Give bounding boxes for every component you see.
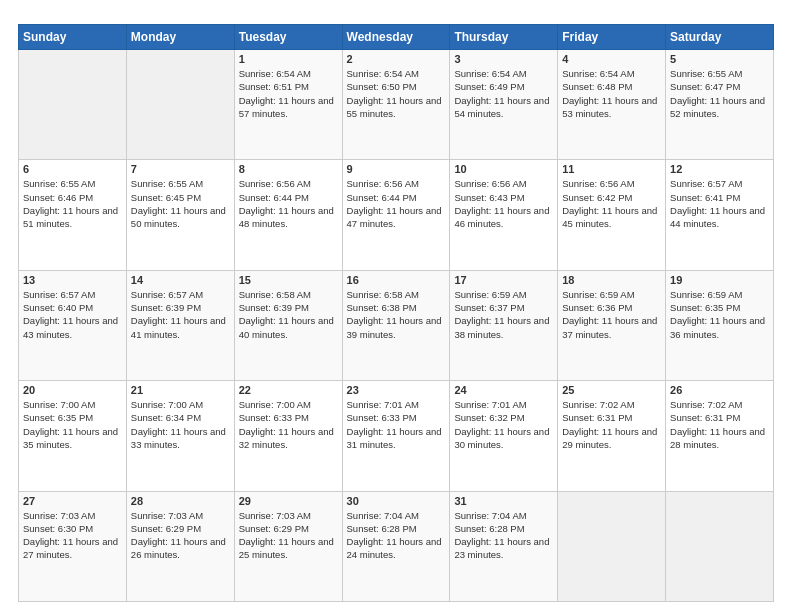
day-number: 28 <box>131 495 230 507</box>
day-number: 2 <box>347 53 446 65</box>
calendar-cell: 19Sunrise: 6:59 AMSunset: 6:35 PMDayligh… <box>666 270 774 380</box>
cell-info: Sunrise: 6:58 AMSunset: 6:38 PMDaylight:… <box>347 288 446 341</box>
cell-info: Sunrise: 6:59 AMSunset: 6:37 PMDaylight:… <box>454 288 553 341</box>
calendar-cell: 31Sunrise: 7:04 AMSunset: 6:28 PMDayligh… <box>450 491 558 601</box>
day-number: 27 <box>23 495 122 507</box>
day-number: 21 <box>131 384 230 396</box>
calendar-cell: 10Sunrise: 6:56 AMSunset: 6:43 PMDayligh… <box>450 160 558 270</box>
day-number: 6 <box>23 163 122 175</box>
day-number: 25 <box>562 384 661 396</box>
calendar-cell: 15Sunrise: 6:58 AMSunset: 6:39 PMDayligh… <box>234 270 342 380</box>
day-number: 11 <box>562 163 661 175</box>
calendar-week-4: 20Sunrise: 7:00 AMSunset: 6:35 PMDayligh… <box>19 381 774 491</box>
cell-info: Sunrise: 6:59 AMSunset: 6:35 PMDaylight:… <box>670 288 769 341</box>
calendar-cell: 14Sunrise: 6:57 AMSunset: 6:39 PMDayligh… <box>126 270 234 380</box>
calendar-cell: 29Sunrise: 7:03 AMSunset: 6:29 PMDayligh… <box>234 491 342 601</box>
cell-info: Sunrise: 7:03 AMSunset: 6:29 PMDaylight:… <box>239 509 338 562</box>
day-number: 9 <box>347 163 446 175</box>
day-number: 1 <box>239 53 338 65</box>
cell-info: Sunrise: 7:04 AMSunset: 6:28 PMDaylight:… <box>347 509 446 562</box>
cell-info: Sunrise: 6:56 AMSunset: 6:43 PMDaylight:… <box>454 177 553 230</box>
weekday-row: SundayMondayTuesdayWednesdayThursdayFrid… <box>19 25 774 50</box>
cell-info: Sunrise: 6:54 AMSunset: 6:51 PMDaylight:… <box>239 67 338 120</box>
calendar-cell: 16Sunrise: 6:58 AMSunset: 6:38 PMDayligh… <box>342 270 450 380</box>
day-number: 19 <box>670 274 769 286</box>
cell-info: Sunrise: 6:54 AMSunset: 6:50 PMDaylight:… <box>347 67 446 120</box>
cell-info: Sunrise: 6:57 AMSunset: 6:39 PMDaylight:… <box>131 288 230 341</box>
calendar-cell <box>558 491 666 601</box>
calendar-cell: 24Sunrise: 7:01 AMSunset: 6:32 PMDayligh… <box>450 381 558 491</box>
calendar-cell <box>19 50 127 160</box>
calendar-cell: 1Sunrise: 6:54 AMSunset: 6:51 PMDaylight… <box>234 50 342 160</box>
calendar-cell: 23Sunrise: 7:01 AMSunset: 6:33 PMDayligh… <box>342 381 450 491</box>
calendar-cell: 30Sunrise: 7:04 AMSunset: 6:28 PMDayligh… <box>342 491 450 601</box>
calendar-cell: 5Sunrise: 6:55 AMSunset: 6:47 PMDaylight… <box>666 50 774 160</box>
day-number: 23 <box>347 384 446 396</box>
day-number: 22 <box>239 384 338 396</box>
cell-info: Sunrise: 6:56 AMSunset: 6:44 PMDaylight:… <box>347 177 446 230</box>
day-number: 20 <box>23 384 122 396</box>
calendar-week-3: 13Sunrise: 6:57 AMSunset: 6:40 PMDayligh… <box>19 270 774 380</box>
calendar-cell: 28Sunrise: 7:03 AMSunset: 6:29 PMDayligh… <box>126 491 234 601</box>
calendar-week-5: 27Sunrise: 7:03 AMSunset: 6:30 PMDayligh… <box>19 491 774 601</box>
weekday-header-monday: Monday <box>126 25 234 50</box>
day-number: 10 <box>454 163 553 175</box>
cell-info: Sunrise: 6:54 AMSunset: 6:49 PMDaylight:… <box>454 67 553 120</box>
calendar-header: SundayMondayTuesdayWednesdayThursdayFrid… <box>19 25 774 50</box>
day-number: 26 <box>670 384 769 396</box>
calendar-cell: 8Sunrise: 6:56 AMSunset: 6:44 PMDaylight… <box>234 160 342 270</box>
day-number: 14 <box>131 274 230 286</box>
calendar-table: SundayMondayTuesdayWednesdayThursdayFrid… <box>18 24 774 602</box>
calendar-cell: 22Sunrise: 7:00 AMSunset: 6:33 PMDayligh… <box>234 381 342 491</box>
day-number: 16 <box>347 274 446 286</box>
calendar-cell: 11Sunrise: 6:56 AMSunset: 6:42 PMDayligh… <box>558 160 666 270</box>
calendar-cell <box>666 491 774 601</box>
day-number: 13 <box>23 274 122 286</box>
calendar-cell: 26Sunrise: 7:02 AMSunset: 6:31 PMDayligh… <box>666 381 774 491</box>
weekday-header-thursday: Thursday <box>450 25 558 50</box>
cell-info: Sunrise: 7:00 AMSunset: 6:35 PMDaylight:… <box>23 398 122 451</box>
day-number: 7 <box>131 163 230 175</box>
day-number: 3 <box>454 53 553 65</box>
cell-info: Sunrise: 6:56 AMSunset: 6:44 PMDaylight:… <box>239 177 338 230</box>
calendar-cell: 20Sunrise: 7:00 AMSunset: 6:35 PMDayligh… <box>19 381 127 491</box>
calendar-week-2: 6Sunrise: 6:55 AMSunset: 6:46 PMDaylight… <box>19 160 774 270</box>
cell-info: Sunrise: 6:55 AMSunset: 6:46 PMDaylight:… <box>23 177 122 230</box>
weekday-header-saturday: Saturday <box>666 25 774 50</box>
cell-info: Sunrise: 7:01 AMSunset: 6:33 PMDaylight:… <box>347 398 446 451</box>
calendar-cell: 21Sunrise: 7:00 AMSunset: 6:34 PMDayligh… <box>126 381 234 491</box>
calendar-cell <box>126 50 234 160</box>
cell-info: Sunrise: 6:54 AMSunset: 6:48 PMDaylight:… <box>562 67 661 120</box>
weekday-header-tuesday: Tuesday <box>234 25 342 50</box>
cell-info: Sunrise: 7:02 AMSunset: 6:31 PMDaylight:… <box>562 398 661 451</box>
weekday-header-wednesday: Wednesday <box>342 25 450 50</box>
cell-info: Sunrise: 6:55 AMSunset: 6:47 PMDaylight:… <box>670 67 769 120</box>
day-number: 30 <box>347 495 446 507</box>
cell-info: Sunrise: 6:59 AMSunset: 6:36 PMDaylight:… <box>562 288 661 341</box>
weekday-header-sunday: Sunday <box>19 25 127 50</box>
cell-info: Sunrise: 7:03 AMSunset: 6:30 PMDaylight:… <box>23 509 122 562</box>
calendar-cell: 4Sunrise: 6:54 AMSunset: 6:48 PMDaylight… <box>558 50 666 160</box>
calendar-body: 1Sunrise: 6:54 AMSunset: 6:51 PMDaylight… <box>19 50 774 602</box>
cell-info: Sunrise: 7:00 AMSunset: 6:34 PMDaylight:… <box>131 398 230 451</box>
calendar-week-1: 1Sunrise: 6:54 AMSunset: 6:51 PMDaylight… <box>19 50 774 160</box>
cell-info: Sunrise: 6:58 AMSunset: 6:39 PMDaylight:… <box>239 288 338 341</box>
calendar-cell: 7Sunrise: 6:55 AMSunset: 6:45 PMDaylight… <box>126 160 234 270</box>
calendar-cell: 18Sunrise: 6:59 AMSunset: 6:36 PMDayligh… <box>558 270 666 380</box>
cell-info: Sunrise: 6:55 AMSunset: 6:45 PMDaylight:… <box>131 177 230 230</box>
cell-info: Sunrise: 6:57 AMSunset: 6:40 PMDaylight:… <box>23 288 122 341</box>
day-number: 12 <box>670 163 769 175</box>
cell-info: Sunrise: 7:03 AMSunset: 6:29 PMDaylight:… <box>131 509 230 562</box>
calendar-cell: 3Sunrise: 6:54 AMSunset: 6:49 PMDaylight… <box>450 50 558 160</box>
calendar-cell: 12Sunrise: 6:57 AMSunset: 6:41 PMDayligh… <box>666 160 774 270</box>
cell-info: Sunrise: 7:01 AMSunset: 6:32 PMDaylight:… <box>454 398 553 451</box>
day-number: 5 <box>670 53 769 65</box>
day-number: 31 <box>454 495 553 507</box>
calendar-cell: 2Sunrise: 6:54 AMSunset: 6:50 PMDaylight… <box>342 50 450 160</box>
day-number: 18 <box>562 274 661 286</box>
day-number: 8 <box>239 163 338 175</box>
calendar-cell: 25Sunrise: 7:02 AMSunset: 6:31 PMDayligh… <box>558 381 666 491</box>
calendar-cell: 27Sunrise: 7:03 AMSunset: 6:30 PMDayligh… <box>19 491 127 601</box>
day-number: 24 <box>454 384 553 396</box>
day-number: 29 <box>239 495 338 507</box>
